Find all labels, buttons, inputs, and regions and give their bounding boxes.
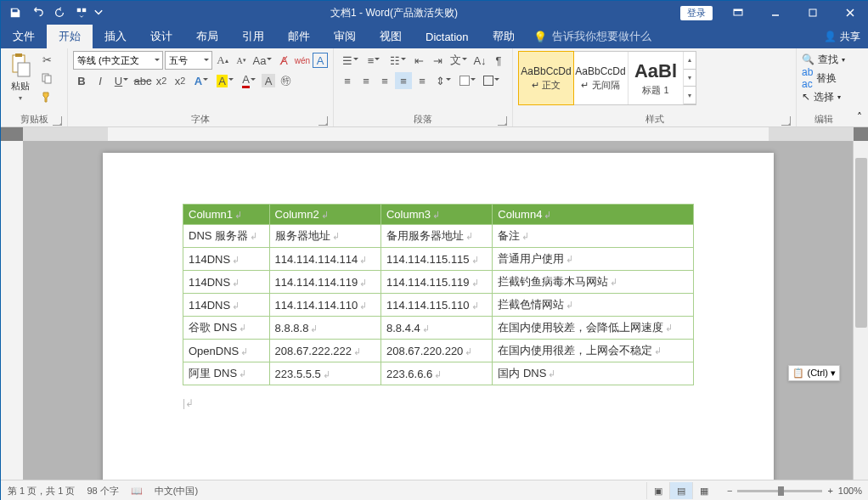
format-painter-icon[interactable] <box>38 88 55 105</box>
share-button[interactable]: 👤 共享 <box>824 30 860 44</box>
web-layout-icon[interactable]: ▦ <box>692 482 715 499</box>
table-header[interactable]: Column1↲ <box>183 205 270 225</box>
font-size-select[interactable]: 五号 <box>165 51 212 70</box>
decrease-indent-icon[interactable]: ⇤ <box>410 52 427 69</box>
table-cell[interactable]: 备用服务器地址↲ <box>380 225 492 248</box>
multilevel-list-icon[interactable]: ☷ <box>386 52 409 69</box>
tab-insert[interactable]: 插入 <box>93 25 138 48</box>
document-area[interactable]: Column1↲ Column2↲ Column3↲ Column4↲ DNS … <box>23 141 854 480</box>
table-cell[interactable]: 114.114.114.114↲ <box>269 248 380 271</box>
justify-icon[interactable]: ≡ <box>395 72 412 89</box>
text-effects-icon[interactable]: A <box>190 72 212 89</box>
align-center-icon[interactable]: ≡ <box>358 72 375 89</box>
borders-icon[interactable] <box>480 72 502 89</box>
align-left-icon[interactable]: ≡ <box>339 72 356 89</box>
tab-dictation[interactable]: Dictation <box>414 25 481 48</box>
cursor-paragraph[interactable]: |↲ <box>183 397 694 409</box>
bullets-icon[interactable]: ☰ <box>339 52 361 69</box>
table-cell[interactable]: 在国内使用很差，上网会不稳定↲ <box>493 340 694 362</box>
styles-gallery[interactable]: AaBbCcDd↵ 正文 AaBbCcDd↵ 无间隔 AaBl标题 1 ▴▾▾ <box>518 51 696 105</box>
save-icon[interactable] <box>4 2 26 24</box>
style-heading1[interactable]: AaBl标题 1 <box>628 52 684 104</box>
character-shading-icon[interactable]: A <box>262 74 275 87</box>
table-header[interactable]: Column2↲ <box>269 205 380 225</box>
table-cell[interactable]: 8.8.8.8↲ <box>269 317 380 340</box>
tab-help[interactable]: 帮助 <box>481 25 527 48</box>
table-cell[interactable]: 114DNS↲ <box>183 248 270 271</box>
table-cell[interactable]: 在国内使用较差，会降低上网速度↲ <box>493 317 694 340</box>
table-cell[interactable]: 208.67.222.222↲ <box>269 340 380 362</box>
table-cell[interactable]: 114.114.115.110↲ <box>380 294 492 317</box>
vertical-scrollbar[interactable] <box>853 141 868 480</box>
ribbon-display-icon[interactable] <box>719 1 757 25</box>
minimize-icon[interactable] <box>757 1 794 25</box>
table-cell[interactable]: 国内 DNS↲ <box>493 362 694 385</box>
phonetic-guide-icon[interactable]: wén <box>294 52 311 69</box>
table-cell[interactable]: OpenDNS↲ <box>183 340 270 362</box>
table-header[interactable]: Column4↲ <box>493 205 694 225</box>
tell-me-search[interactable]: 💡 告诉我你想要做什么 <box>533 29 651 44</box>
zoom-out-icon[interactable]: − <box>727 486 732 496</box>
highlight-icon[interactable]: A <box>214 72 236 89</box>
print-layout-icon[interactable]: ▤ <box>669 482 692 499</box>
tab-mailings[interactable]: 邮件 <box>276 25 322 48</box>
styles-gallery-more[interactable]: ▴▾▾ <box>684 52 696 104</box>
read-mode-icon[interactable]: ▣ <box>646 482 669 499</box>
table-header[interactable]: Column3↲ <box>380 205 492 225</box>
font-color-icon[interactable]: A <box>238 72 260 89</box>
superscript-icon[interactable]: x2 <box>172 72 189 89</box>
table-cell[interactable]: 223.6.6.6↲ <box>380 362 492 385</box>
style-normal[interactable]: AaBbCcDd↵ 正文 <box>518 51 574 105</box>
qat-customize-icon[interactable] <box>70 2 93 24</box>
table-cell[interactable]: 拦截钓鱼病毒木马网站↲ <box>493 271 694 294</box>
find-button[interactable]: 🔍查找▾ <box>802 51 845 68</box>
paragraph-launcher-icon[interactable] <box>498 116 507 126</box>
status-language[interactable]: 中文(中国) <box>155 485 198 497</box>
table-cell[interactable]: 普通用户使用↲ <box>493 248 694 271</box>
zoom-percent[interactable]: 100% <box>838 486 862 496</box>
collapse-ribbon-icon[interactable]: ˄ <box>850 48 868 126</box>
status-proofing-icon[interactable]: 📖 <box>131 486 143 497</box>
italic-icon[interactable]: I <box>92 72 109 89</box>
font-launcher-icon[interactable] <box>318 116 328 126</box>
qat-dropdown-icon[interactable] <box>93 2 104 24</box>
underline-icon[interactable]: U <box>110 72 132 89</box>
copy-icon[interactable] <box>38 70 55 87</box>
table-cell[interactable]: 服务器地址↲ <box>269 225 380 248</box>
tab-review[interactable]: 审阅 <box>322 25 368 48</box>
replace-button[interactable]: abac替换 <box>802 70 845 87</box>
tab-layout[interactable]: 布局 <box>184 25 230 48</box>
clear-formatting-icon[interactable]: A̸ <box>275 52 292 69</box>
table-cell[interactable]: 拦截色情网站↲ <box>493 294 694 317</box>
vertical-ruler[interactable] <box>1 141 24 480</box>
maximize-icon[interactable] <box>794 1 831 25</box>
shading-icon[interactable] <box>456 72 478 89</box>
zoom-slider[interactable] <box>737 490 822 492</box>
table-cell[interactable]: 阿里 DNS↲ <box>183 362 270 385</box>
character-border-icon[interactable]: A <box>313 53 328 68</box>
table-cell[interactable]: DNS 服务器↲ <box>183 225 270 248</box>
strikethrough-icon[interactable]: abc <box>134 72 151 89</box>
subscript-icon[interactable]: x2 <box>153 72 170 89</box>
paste-options-button[interactable]: 📋 (Ctrl) ▾ <box>788 365 841 381</box>
tab-design[interactable]: 设计 <box>138 25 184 48</box>
status-words[interactable]: 98 个字 <box>87 485 118 497</box>
increase-indent-icon[interactable]: ⇥ <box>429 52 446 69</box>
scrollbar-thumb[interactable] <box>855 158 867 328</box>
table-cell[interactable]: 114.114.114.119↲ <box>269 271 380 294</box>
status-page[interactable]: 第 1 页，共 1 页 <box>8 485 75 497</box>
table-cell[interactable]: 备注↲ <box>493 225 694 248</box>
redo-icon[interactable] <box>48 2 70 24</box>
horizontal-ruler[interactable] <box>23 127 854 142</box>
styles-launcher-icon[interactable] <box>781 116 791 126</box>
tab-references[interactable]: 引用 <box>230 25 276 48</box>
login-button[interactable]: 登录 <box>680 6 713 20</box>
bold-icon[interactable]: B <box>73 72 90 89</box>
distribute-icon[interactable]: ≡ <box>414 72 431 89</box>
sort-icon[interactable]: A↓ <box>471 52 488 69</box>
table-cell[interactable]: 8.8.4.4↲ <box>380 317 492 340</box>
content-table[interactable]: Column1↲ Column2↲ Column3↲ Column4↲ DNS … <box>183 204 694 385</box>
show-marks-icon[interactable]: ¶ <box>490 52 507 69</box>
numbering-icon[interactable]: ≡ <box>363 52 385 69</box>
table-cell[interactable]: 114.114.114.110↲ <box>269 294 380 317</box>
